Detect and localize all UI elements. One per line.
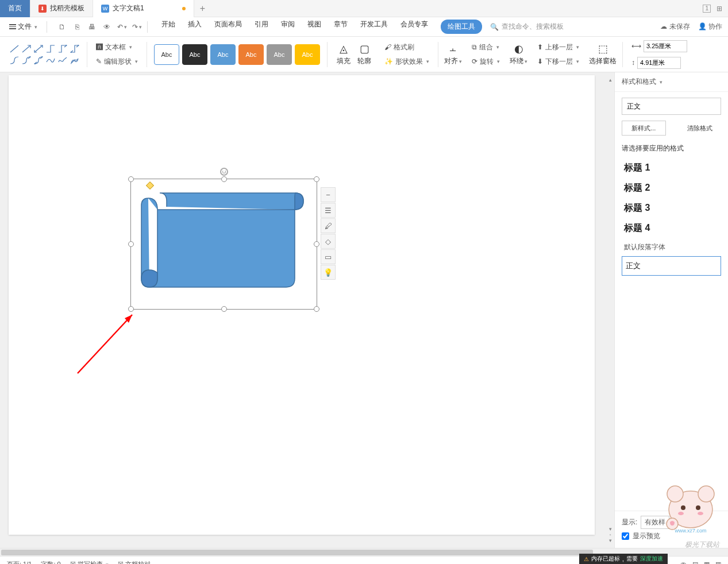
forward-icon: ⬆ <box>537 43 543 51</box>
svg-line-1 <box>22 45 30 52</box>
height-input[interactable] <box>637 57 681 69</box>
tab-home[interactable]: 首页 <box>0 0 30 17</box>
coop-button[interactable]: 👤 协作 <box>698 22 722 32</box>
file-menu[interactable]: 文件 ▾ <box>6 20 41 33</box>
outline-button[interactable]: ▢轮廓 <box>355 43 373 66</box>
resize-handle-tm[interactable] <box>221 176 227 182</box>
format-painter-button[interactable]: 🖌格式刷 <box>383 41 431 53</box>
wrap-button[interactable]: ◐环绕▾ <box>507 43 530 66</box>
rotate-button[interactable]: ⟳旋转▾ <box>470 56 502 68</box>
svg-point-7 <box>698 486 714 502</box>
float-zoom-out[interactable]: − <box>321 187 336 202</box>
shape-style-1[interactable]: Abc <box>154 44 179 65</box>
menu-bar: 文件 ▾ 🗋 ⎘ 🖶 👁 ↶▾ ↷▾ 开始 插入 页面布局 引用 审阅 视图 章… <box>0 17 728 37</box>
resize-handle-br[interactable] <box>314 306 319 312</box>
new-style-button[interactable]: 新样式... <box>622 121 666 136</box>
resize-handle-ml[interactable] <box>128 241 134 247</box>
window-layout-icon[interactable]: 1 <box>703 5 711 13</box>
svg-point-8 <box>681 505 685 510</box>
send-backward-button[interactable]: ⬇下移一层▾ <box>536 56 581 68</box>
style-heading-3[interactable]: 标题 3 <box>622 198 721 218</box>
width-input-row: ⟷ <box>630 39 689 53</box>
shape-style-6[interactable]: Abc <box>295 44 320 65</box>
view-outline-icon[interactable]: ▥ <box>715 561 721 564</box>
textbox-button[interactable]: 🅰文本框▾ <box>94 41 140 53</box>
bring-forward-button[interactable]: ⬆上移一层▾ <box>536 41 581 53</box>
unsaved-indicator <box>182 7 186 10</box>
shape-style-3[interactable]: Abc <box>210 44 236 65</box>
shape-style-5[interactable]: Abc <box>267 44 292 65</box>
menu-references[interactable]: 引用 <box>255 20 268 34</box>
add-tab-button[interactable]: + <box>194 3 211 14</box>
unsaved-status[interactable]: ☁ 未保存 <box>660 22 690 32</box>
shape-style-2[interactable]: Abc <box>182 44 207 65</box>
preview-icon[interactable]: 👁 <box>102 22 111 32</box>
style-body-text[interactable]: 正文 <box>622 256 721 276</box>
edit-shape-button[interactable]: ✎编辑形状▾ <box>94 56 140 68</box>
shape-effects-button[interactable]: ✨形状效果▾ <box>383 56 431 68</box>
style-default-font[interactable]: 默认段落字体 <box>622 238 721 256</box>
drawing-tools-tab[interactable]: 绘图工具 <box>441 20 482 34</box>
effects-icon: ✨ <box>384 57 393 65</box>
search-box[interactable]: 🔍 查找命令、搜索模板 <box>490 22 564 32</box>
menu-premium[interactable]: 会员专享 <box>400 20 428 34</box>
tab-document[interactable]: W 文字文稿1 <box>93 0 194 17</box>
shape-selection[interactable] <box>130 179 317 310</box>
float-idea[interactable]: 💡 <box>321 265 336 280</box>
float-brush[interactable]: 🖊 <box>321 218 336 233</box>
resize-handle-tr[interactable] <box>314 176 319 182</box>
tab-bar: 首页 ⬇ 找稻壳模板 W 文字文稿1 + 1 ⊞ <box>0 0 728 17</box>
style-heading-1[interactable]: 标题 1 <box>622 158 721 178</box>
tab-templates[interactable]: ⬇ 找稻壳模板 <box>30 0 93 17</box>
shapes-gallery[interactable] <box>9 44 80 65</box>
scroll-shape[interactable] <box>137 190 309 293</box>
fill-button[interactable]: ◬填充 <box>334 43 353 66</box>
resize-handle-mr[interactable] <box>314 241 319 247</box>
menu-chapter[interactable]: 章节 <box>334 20 348 34</box>
current-style-input[interactable] <box>622 98 721 115</box>
adjust-handle[interactable] <box>146 181 154 190</box>
export-icon[interactable]: ⎘ <box>72 22 82 32</box>
group-icon: ⧉ <box>472 43 477 51</box>
style-heading-4[interactable]: 标题 4 <box>622 218 721 238</box>
view-web-icon[interactable]: ▤ <box>692 561 698 564</box>
resize-handle-bm[interactable] <box>221 306 227 312</box>
shape-style-4[interactable]: Abc <box>238 44 264 65</box>
print-icon[interactable]: 🖶 <box>87 22 97 32</box>
eye-icon[interactable]: 👁 <box>680 561 687 565</box>
menu-insert[interactable]: 插入 <box>188 20 202 34</box>
menu-dev-tools[interactable]: 开发工具 <box>360 20 388 34</box>
height-input-row: ↕ <box>630 56 689 70</box>
vertical-scroll[interactable]: ▴ ▾◦▾ <box>606 72 614 548</box>
canvas[interactable]: − ☰ 🖊 ◇ ▭ 💡 ▴ ▾◦▾ <box>0 72 614 548</box>
proofread-toggle[interactable]: ☒ 文档校对 <box>118 560 151 564</box>
clear-format-button[interactable]: 清除格式 <box>679 121 722 136</box>
workspace: − ☰ 🖊 ◇ ▭ 💡 ▴ ▾◦▾ 样式和格式▾ 新样式... 清除格式 请 <box>0 72 728 548</box>
spellcheck-toggle[interactable]: ☒ 拼写检查 ▾ <box>70 560 109 564</box>
menu-review[interactable]: 审阅 <box>281 20 295 34</box>
rotation-handle[interactable] <box>220 168 228 176</box>
selection-pane-button[interactable]: ⬚选择窗格 <box>587 43 619 66</box>
align-button[interactable]: ⫠对齐▾ <box>442 43 464 66</box>
menu-view[interactable]: 视图 <box>307 20 321 34</box>
menu-page-layout[interactable]: 页面布局 <box>214 20 242 34</box>
panel-title[interactable]: 样式和格式▾ <box>615 72 728 92</box>
redo-button[interactable]: ↷▾ <box>132 22 141 32</box>
window-grid-icon[interactable]: ⊞ <box>717 5 722 13</box>
save-icon[interactable]: 🗋 <box>57 22 67 32</box>
resize-handle-tl[interactable] <box>128 176 134 182</box>
width-input[interactable] <box>644 40 687 52</box>
float-layout[interactable]: ☰ <box>321 203 336 218</box>
float-shape[interactable]: ◇ <box>321 234 336 249</box>
undo-button[interactable]: ↶▾ <box>117 22 126 32</box>
menu-start[interactable]: 开始 <box>161 20 175 34</box>
page-status[interactable]: 页面: 1/1 <box>7 560 32 564</box>
svg-text:www.xz7.com: www.xz7.com <box>674 528 706 534</box>
word-count[interactable]: 字数: 0 <box>41 560 60 564</box>
view-print-icon[interactable]: ▦ <box>704 561 710 564</box>
svg-point-11 <box>698 512 703 515</box>
style-heading-2[interactable]: 标题 2 <box>622 178 721 198</box>
doc-icon: W <box>101 5 109 13</box>
group-button[interactable]: ⧉组合▾ <box>470 41 502 53</box>
float-crop[interactable]: ▭ <box>321 249 336 264</box>
